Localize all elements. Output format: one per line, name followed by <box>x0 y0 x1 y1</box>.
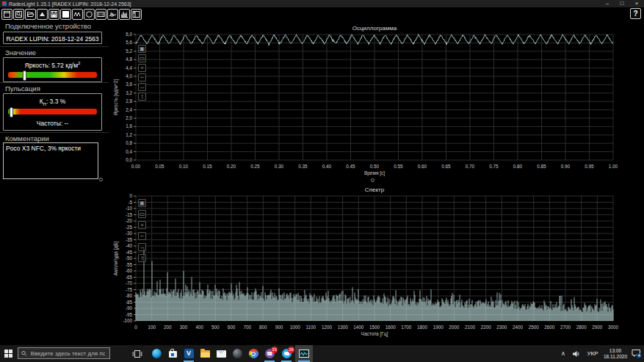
svg-text:2,4: 2,4 <box>126 107 132 112</box>
svg-text:0,4: 0,4 <box>126 149 132 154</box>
taskbar-app-viber[interactable]: ☎ 33 <box>261 345 278 362</box>
help-button[interactable]: ? <box>630 8 641 19</box>
close-button[interactable]: × <box>629 0 644 7</box>
svg-text:6,0: 6,0 <box>126 32 132 37</box>
pulsation-box: КП: 3.3 % Частоты: -- <box>3 93 102 131</box>
svg-text:Осциллограмма: Осциллограмма <box>352 25 397 32</box>
svg-text:-45: -45 <box>126 250 133 255</box>
pulsation-marker <box>10 107 13 117</box>
language-indicator[interactable]: УКР <box>583 345 602 362</box>
svg-text:3,2: 3,2 <box>126 90 132 95</box>
taskbar: V ☎ 33 26 ∧ УКР 13:00 18.11.2020 4 <box>0 345 644 362</box>
chart-zoom-out-button[interactable]: − <box>138 232 146 240</box>
chart-zoom-in-button[interactable]: + <box>138 221 146 229</box>
panel-resize-handle[interactable] <box>99 178 103 181</box>
svg-text:2800: 2800 <box>576 325 587 330</box>
value-section-label: Значение <box>5 48 36 57</box>
taskbar-app-store[interactable] <box>164 345 181 362</box>
upload-icon <box>38 10 46 18</box>
search-device-button[interactable] <box>13 9 24 20</box>
chart-fit-button[interactable]: ▣ <box>138 199 146 207</box>
svg-text:Яркость [кд/м^2]: Яркость [кд/м^2] <box>113 79 119 116</box>
svg-text:0.20: 0.20 <box>227 164 236 169</box>
brightness-box: Яркость: 5.72 кд/м2 <box>3 57 102 82</box>
chart-zoom-in-button[interactable]: + <box>138 64 146 72</box>
notification-center-button[interactable]: 4 <box>629 345 643 362</box>
pulsation-view-button[interactable] <box>107 9 118 20</box>
svg-text:0,8: 0,8 <box>126 140 132 145</box>
taskbar-app-browser[interactable] <box>229 345 245 362</box>
save-icon <box>50 10 58 18</box>
taskbar-app-chrome[interactable] <box>245 345 261 362</box>
oscillogram-view-icon <box>73 10 82 18</box>
taskbar-app-edge[interactable] <box>148 345 164 362</box>
divider <box>0 132 109 133</box>
tray-time: 13:00 <box>604 348 627 354</box>
svg-text:700: 700 <box>243 325 251 330</box>
edge-icon <box>152 349 162 358</box>
pulsation-scale <box>8 109 97 115</box>
open-file-button[interactable] <box>25 9 36 20</box>
svg-text:0.45: 0.45 <box>346 164 355 169</box>
volume-button[interactable] <box>570 345 582 362</box>
oscillogram-chart[interactable]: 0.000.050.100.150.200.250.300.350.400.45… <box>110 22 644 184</box>
spectrum-view-button[interactable] <box>119 9 130 20</box>
chart-zoom-out-button[interactable]: − <box>138 73 146 82</box>
upload-button[interactable] <box>37 9 48 20</box>
chart-fit-horizontal-button[interactable]: ↔ <box>138 243 146 251</box>
svg-text:0.60: 0.60 <box>418 164 427 169</box>
chart-fit-vertical-button[interactable]: ↕ <box>138 254 146 262</box>
taskbar-app-explorer[interactable] <box>197 345 213 362</box>
svg-text:4,0: 4,0 <box>126 73 132 79</box>
svg-text:600: 600 <box>228 325 236 330</box>
svg-text:0.65: 0.65 <box>441 164 451 169</box>
spectrum-chart[interactable]: 0100200300400500600700800900100011001200… <box>110 184 644 341</box>
svg-text:500: 500 <box>211 325 220 330</box>
svg-text:400: 400 <box>195 325 203 330</box>
chart-region-zoom-button[interactable]: ▭ <box>138 54 146 62</box>
search-icon <box>21 350 27 357</box>
comment-input[interactable]: Poco X3 NFC, 3% яркости <box>3 142 98 179</box>
dial-view-button[interactable] <box>84 9 95 20</box>
chart-fit-horizontal-button[interactable]: ↔ <box>138 83 146 91</box>
svg-text:-5: -5 <box>128 200 132 205</box>
chart-fit-button[interactable]: ▣ <box>138 45 146 53</box>
taskbar-app-v[interactable]: V <box>181 345 197 362</box>
white-screen-button[interactable] <box>60 9 71 20</box>
divider <box>0 46 109 47</box>
device-window-button[interactable] <box>1 9 12 20</box>
taskbar-app-mail[interactable] <box>213 345 229 362</box>
chart-fit-vertical-button[interactable]: ↕ <box>138 93 146 101</box>
brightness-marker <box>23 70 26 81</box>
tray-overflow-button[interactable]: ∧ <box>558 345 568 362</box>
svg-text:Частота [Гц]: Частота [Гц] <box>361 331 388 337</box>
oscillogram-view-button[interactable] <box>72 9 83 20</box>
open-file-icon <box>26 10 35 18</box>
windows-logo-icon <box>4 350 12 358</box>
title-bar: RadexLight 1.15.1 [RADEX LUPIN: 2018-12-… <box>0 0 644 7</box>
svg-text:1400: 1400 <box>353 325 364 330</box>
divider <box>0 82 109 83</box>
frequency-value: Частоты: -- <box>4 120 101 127</box>
taskbar-search[interactable] <box>18 347 110 359</box>
browser-sphere-icon <box>233 349 242 358</box>
panel-layout-button[interactable] <box>131 9 142 20</box>
clock[interactable]: 13:00 18.11.2020 <box>602 345 629 362</box>
numeric-view-button[interactable]: 12.34 <box>95 9 106 20</box>
mail-icon <box>217 350 226 358</box>
svg-text:-20: -20 <box>126 218 133 223</box>
taskbar-app-radexlight[interactable] <box>295 345 313 362</box>
taskbar-app-chat[interactable]: 26 <box>278 345 294 362</box>
search-input[interactable] <box>29 350 106 358</box>
maximize-button[interactable]: □ <box>615 0 629 7</box>
minimize-button[interactable]: – <box>600 0 615 7</box>
device-section-label: Подключенное устройство <box>5 22 91 30</box>
task-view-button[interactable] <box>129 345 145 362</box>
chrome-icon <box>249 349 258 358</box>
svg-text:-50: -50 <box>126 256 133 261</box>
v-app-icon: V <box>184 349 194 358</box>
save-button[interactable] <box>48 9 59 20</box>
svg-text:1100: 1100 <box>306 325 316 330</box>
start-button[interactable] <box>0 345 16 362</box>
chart-region-zoom-button[interactable]: ▭ <box>138 210 146 218</box>
